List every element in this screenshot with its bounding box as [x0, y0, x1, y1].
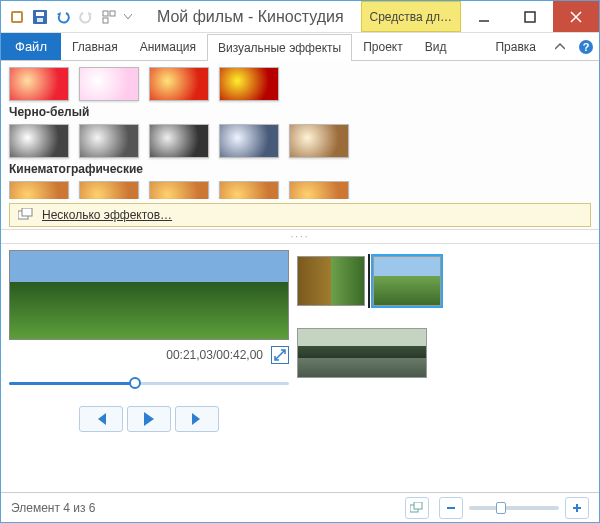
quick-access-toolbar [1, 1, 140, 32]
fullscreen-button[interactable] [271, 346, 289, 364]
prev-frame-button[interactable] [79, 406, 123, 432]
zoom-in-button[interactable] [565, 497, 589, 519]
app-window: Мой фильм - Киностудия Средства дл… Файл… [0, 0, 600, 523]
timeline-clip[interactable] [297, 256, 365, 306]
section-label-cine: Кинематографические [9, 162, 591, 176]
undo-icon[interactable] [53, 7, 73, 27]
effect-thumb[interactable] [79, 67, 139, 101]
effect-thumb[interactable] [149, 181, 209, 199]
panel-resize-grip[interactable]: ···· [1, 230, 599, 244]
tab-home[interactable]: Главная [61, 33, 129, 60]
effect-thumb[interactable] [219, 67, 279, 101]
clip-row [297, 254, 591, 308]
effects-row-cine [9, 181, 591, 199]
seek-thumb[interactable] [129, 377, 141, 389]
svg-rect-4 [37, 18, 43, 22]
qat-customize-icon[interactable] [99, 7, 119, 27]
multi-effects-icon [18, 208, 34, 222]
preview-frame [9, 250, 289, 340]
timeline-clip[interactable] [297, 328, 427, 378]
app-icon[interactable] [7, 7, 27, 27]
next-frame-button[interactable] [175, 406, 219, 432]
contextual-tab[interactable]: Средства дл… [361, 1, 462, 32]
statusbar: Элемент 4 из 6 [1, 492, 599, 522]
chevron-down-icon[interactable] [122, 7, 134, 27]
help-icon[interactable]: ? [573, 39, 599, 55]
effect-thumb[interactable] [9, 181, 69, 199]
tab-view[interactable]: Вид [414, 33, 458, 60]
maximize-button[interactable] [507, 1, 553, 32]
window-title: Мой фильм - Киностудия [140, 1, 361, 32]
multiple-effects-label: Несколько эффектов… [42, 208, 172, 222]
effect-thumb[interactable] [149, 124, 209, 158]
svg-rect-15 [414, 502, 422, 509]
tab-visual-effects[interactable]: Визуальные эффекты [207, 34, 352, 61]
window-controls [461, 1, 599, 32]
close-button[interactable] [553, 1, 599, 32]
svg-rect-13 [22, 208, 32, 216]
thumbnail-icon [410, 502, 424, 514]
minimize-button[interactable] [461, 1, 507, 32]
svg-text:?: ? [583, 41, 590, 53]
redo-icon[interactable] [76, 7, 96, 27]
expand-icon [274, 349, 286, 361]
timeline-clip-selected[interactable] [373, 256, 441, 306]
tab-project[interactable]: Проект [352, 33, 414, 60]
effect-thumb[interactable] [79, 181, 139, 199]
status-element-count: Элемент 4 из 6 [11, 501, 96, 515]
playhead[interactable] [368, 254, 370, 308]
save-icon[interactable] [30, 7, 50, 27]
effect-thumb[interactable] [289, 181, 349, 199]
svg-rect-6 [110, 11, 115, 16]
zoom-out-button[interactable] [439, 497, 463, 519]
svg-rect-5 [103, 11, 108, 16]
svg-rect-3 [36, 12, 44, 16]
tab-edit[interactable]: Правка [484, 39, 547, 54]
zoom-slider[interactable] [469, 506, 559, 510]
time-row: 00:21,03/00:42,00 [9, 346, 289, 364]
svg-rect-9 [525, 12, 535, 22]
playback-controls [9, 406, 289, 432]
timecode: 00:21,03/00:42,00 [166, 348, 263, 362]
effects-row-recent [9, 67, 591, 101]
effect-thumb[interactable] [9, 67, 69, 101]
effect-thumb[interactable] [9, 124, 69, 158]
effect-thumb[interactable] [219, 124, 279, 158]
titlebar: Мой фильм - Киностудия Средства дл… [1, 1, 599, 33]
ribbon-tabstrip: Файл Главная Анимация Визуальные эффекты… [1, 33, 599, 61]
effect-thumb[interactable] [149, 67, 209, 101]
main-area: 00:21,03/00:42,00 [1, 244, 599, 492]
effects-gallery: Черно-белый Кинематографические Нескольк… [1, 61, 599, 230]
thumbnail-view-button[interactable] [405, 497, 429, 519]
svg-rect-7 [103, 18, 108, 23]
timeline-pane[interactable] [297, 250, 591, 486]
file-tab[interactable]: Файл [1, 33, 61, 60]
seek-slider[interactable] [9, 374, 289, 392]
section-label-bw: Черно-белый [9, 105, 591, 119]
preview-pane: 00:21,03/00:42,00 [9, 250, 289, 486]
collapse-ribbon-icon[interactable] [547, 43, 573, 51]
clip-row [297, 328, 591, 378]
zoom-thumb[interactable] [496, 502, 506, 514]
tab-animation[interactable]: Анимация [129, 33, 207, 60]
play-button[interactable] [127, 406, 171, 432]
svg-rect-1 [13, 13, 21, 21]
effect-thumb[interactable] [219, 181, 279, 199]
zoom-control [439, 497, 589, 519]
effect-thumb[interactable] [289, 124, 349, 158]
multiple-effects-button[interactable]: Несколько эффектов… [9, 203, 591, 227]
effects-row-bw [9, 124, 591, 158]
effect-thumb[interactable] [79, 124, 139, 158]
